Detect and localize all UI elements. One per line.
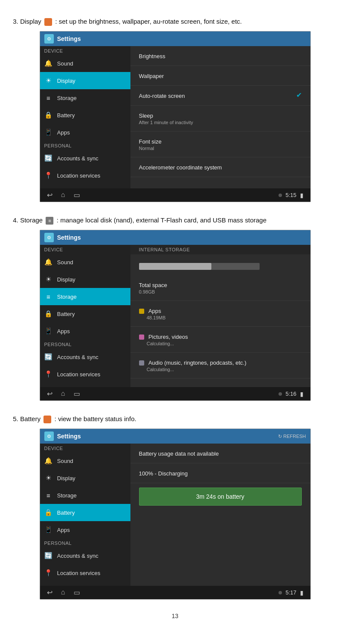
sidebar-battery2[interactable]: 🔒 Battery [40,305,130,322]
page-number: 13 [13,613,337,619]
titlebar-battery: ⚙ Settings ↻ REFRESH [40,429,310,444]
battery-icon3: 🔒 [44,508,53,517]
sidebar-sound2[interactable]: 🔔 Sound [40,253,130,271]
sidebar-location-label3: Location services [57,570,100,576]
back-icon[interactable]: ↩ [47,191,53,199]
battery-icon: 🔒 [44,111,53,119]
row-battery-unavailable: Battery usage data not available [130,444,310,463]
location-icon2: 📍 [44,370,53,378]
sidebar-storage3[interactable]: ≡ Storage [40,487,130,504]
home-icon3[interactable]: ⌂ [61,588,65,597]
row-totalspace[interactable]: Total space 0.98GB [130,275,310,301]
sidebar-apps-label: Apps [57,129,70,136]
back-icon3[interactable]: ↩ [47,588,53,597]
sidebar-accounts-label: Accounts & sync [57,155,99,162]
refresh-button[interactable]: ↻ REFRESH [278,434,306,439]
home-icon[interactable]: ⌂ [61,191,65,199]
row-audio[interactable]: Audio (music, ringtones, podcasts, etc.)… [130,353,310,378]
navbar-battery: ↩ ⌂ ▭ 5:17 ▮ [40,586,310,599]
apps-color-dot [139,309,144,314]
sidebar-storage[interactable]: ≡ Storage [40,89,130,106]
display-icon2: ☀ [44,275,53,284]
section5-intro-text: 5. Battery [13,415,40,422]
sidebar-display-label: Display [57,78,76,84]
row-autorotate[interactable]: ✔ Auto-rotate screen [130,86,310,106]
content-storage: INTERNAL STORAGE Total space 0.98GB Apps… [130,245,310,387]
sidebar-battery-label2: Battery [57,311,75,317]
settings-body-display: DEVICE 🔔 Sound ☀ Display ≡ Storage 🔒 Bat… [40,46,310,188]
time-display2: 5:16 [285,391,296,397]
row-accelerometer[interactable]: Accelerometer coordinate system [130,157,310,177]
settings-title: Settings [57,35,81,42]
sidebar-location2[interactable]: 📍 Location services [40,366,130,383]
audio-color-dot [139,360,144,366]
device-label: DEVICE [40,46,130,55]
nav-icons-left2: ↩ ⌂ ▭ [47,390,81,398]
settings-icon2: ⚙ [44,233,54,242]
navbar-display: ↩ ⌂ ▭ 5:15 ▮ [40,188,310,202]
sidebar-apps2[interactable]: 📱 Apps [40,322,130,340]
time-display: 5:15 [285,192,296,198]
sidebar-apps3[interactable]: 📱 Apps [40,521,130,538]
sidebar-sound[interactable]: 🔔 Sound [40,55,130,72]
display-icon: ☀ [44,76,53,85]
screenshot-battery: ⚙ Settings ↻ REFRESH DEVICE 🔔 Sound ☀ Di… [40,428,311,600]
sidebar-apps[interactable]: 📱 Apps [40,124,130,141]
personal-label3: PERSONAL [40,538,130,547]
sidebar-accounts[interactable]: 🔄 Accounts & sync [40,150,130,167]
sound-icon: 🔔 [44,59,53,68]
settings-icon3: ⚙ [44,431,54,441]
status-dot [279,194,282,197]
sidebar-accounts3[interactable]: 🔄 Accounts & sync [40,547,130,564]
sidebar-sound-label2: Sound [57,259,74,266]
refresh-label: ↻ REFRESH [278,434,306,439]
sidebar-location3[interactable]: 📍 Location services [40,564,130,581]
battery-status-icon2: ▮ [300,391,304,397]
storage-icon2: ≡ [44,292,53,301]
sidebar-display2[interactable]: ☀ Display [40,271,130,288]
section-4: 4. Storage ≡ : manage local disk (nand),… [13,215,337,401]
sidebar-battery[interactable]: 🔒 Battery [40,106,130,124]
recent-icon[interactable]: ▭ [74,191,80,199]
location-icon3: 📍 [44,569,53,577]
sidebar-accounts-label2: Accounts & sync [57,354,99,360]
row-pictures[interactable]: Pictures, videos Calculating... [130,327,310,353]
back-icon2[interactable]: ↩ [47,390,53,398]
accounts-icon2: 🔄 [44,353,53,361]
section3-intro-text: 3. Display [13,18,41,25]
section-5: 5. Battery : view the battery status inf… [13,414,337,600]
sidebar-display-item[interactable]: ☀ Display [40,72,130,89]
row-apps-storage[interactable]: Apps 48.19MB [130,301,310,327]
sidebar-display3[interactable]: ☀ Display [40,469,130,487]
apps-icon2: 📱 [44,327,53,335]
storage-bar-area [130,254,310,275]
nav-icons-left3: ↩ ⌂ ▭ [47,588,81,597]
time-display3: 5:17 [285,589,296,596]
screenshot-storage: ⚙ Settings DEVICE 🔔 Sound ☀ Display ≡ St… [40,230,311,401]
recent-icon3[interactable]: ▭ [74,588,80,597]
status-right2: 5:16 ▮ [279,391,303,397]
row-sleep[interactable]: Sleep After 1 minute of inactivity [130,106,310,131]
sidebar-sound3[interactable]: 🔔 Sound [40,452,130,469]
storage-bar-fill [139,263,211,270]
storage-icon3: ≡ [44,491,53,500]
sidebar-location[interactable]: 📍 Location services [40,167,130,184]
home-icon2[interactable]: ⌂ [61,390,65,398]
section4-desc: : manage local disk (nand), external T-F… [57,216,266,224]
storage-bar [139,263,260,270]
recent-icon2[interactable]: ▭ [74,390,80,398]
sidebar-battery3[interactable]: 🔒 Battery [40,504,130,521]
sidebar-battery-label: Battery [57,112,75,119]
accounts-icon: 🔄 [44,154,53,163]
row-brightness[interactable]: Brightness [130,46,310,66]
row-fontsize[interactable]: Font size Normal [130,131,310,157]
sidebar-storage2[interactable]: ≡ Storage [40,288,130,305]
settings-title2: Settings [57,234,81,241]
sidebar-accounts2[interactable]: 🔄 Accounts & sync [40,348,130,366]
internal-storage-header: INTERNAL STORAGE [130,245,310,254]
sound-icon2: 🔔 [44,258,53,266]
sidebar-storage-label: Storage [57,95,77,101]
personal-label: PERSONAL [40,141,130,150]
display-icon3: ☀ [44,474,53,482]
row-wallpaper[interactable]: Wallpaper [130,66,310,86]
